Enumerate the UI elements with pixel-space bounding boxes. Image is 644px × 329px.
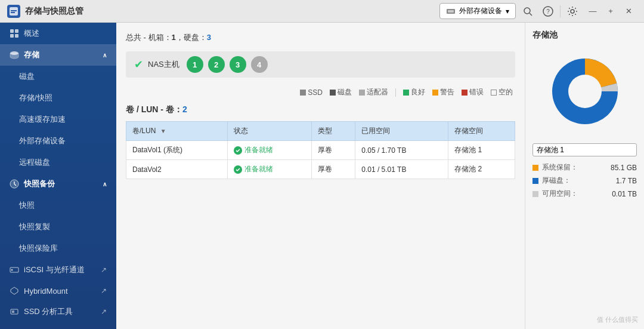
sidebar-item-cache[interactable]: 高速缓存加速 <box>0 109 116 130</box>
svg-rect-4 <box>448 10 454 13</box>
sidebar-label-ssd: SSD 分析工具 <box>24 306 73 317</box>
toolbar-divider <box>560 5 561 17</box>
legend-adapter: 适配器 <box>359 87 388 97</box>
pie-chart-container <box>532 47 637 136</box>
minimize-button[interactable]: — <box>584 4 601 19</box>
storage-device-button[interactable]: 外部存储设备 ▾ <box>439 3 516 19</box>
disk-badge-1[interactable]: 1 <box>187 56 203 73</box>
sidebar-item-snapshot-vault[interactable]: 快照保险库 <box>0 238 116 259</box>
pool-legend-label-text: 系统保留： <box>542 162 611 173</box>
content-area: 总共 - 机箱：1，硬盘：3 ✔ NAS主机 1 2 3 4 SSD <box>116 23 644 329</box>
legend-row: SSD 磁盘 适配器 良好 <box>126 87 515 97</box>
help-icon-btn[interactable]: ? <box>540 3 556 20</box>
sidebar-label-snapshot-vault: 快照保险库 <box>19 243 58 254</box>
cell-type: 厚卷 <box>312 160 355 179</box>
disk-count: 3 <box>207 33 211 42</box>
legend-disk-label: 磁盘 <box>338 87 352 97</box>
legend-empty: 空的 <box>491 87 513 97</box>
svg-line-6 <box>530 13 532 16</box>
sidebar-item-storage[interactable]: 存储 ∧ <box>0 44 116 66</box>
table-row: DataVol1 (系统) 准备就绪 厚卷 0.05 / 1.70 TB 存储池… <box>126 141 515 160</box>
sidebar-item-snapshot-item[interactable]: 快照 <box>0 195 116 216</box>
chevron-down-icon: ▾ <box>506 7 509 16</box>
sidebar-storage-sub: 磁盘 存储/快照 高速缓存加速 外部存储设备 远程磁盘 <box>0 66 116 173</box>
svg-rect-10 <box>10 29 14 33</box>
window-controls: — + ✕ <box>584 4 637 19</box>
sidebar-label-snapshot: 存储/快照 <box>19 93 52 103</box>
sidebar-label-snapshot-item: 快照 <box>19 200 35 211</box>
search-icon-btn[interactable] <box>519 3 536 20</box>
pool-legend-color-dot <box>532 165 538 171</box>
ssd-icon <box>10 307 19 316</box>
legend-error-dot <box>462 90 467 96</box>
watermark: 值 什么值得买 <box>597 315 638 324</box>
legend-warn: 警告 <box>432 87 454 97</box>
sidebar-item-disk[interactable]: 磁盘 <box>0 66 116 87</box>
col-used: 已用空间 <box>355 122 448 141</box>
cell-name: DataVol1 (系统) <box>126 141 228 160</box>
sidebar-label-snapshot-backup: 快照备份 <box>24 179 55 189</box>
sidebar-label-cache: 高速缓存加速 <box>19 114 66 125</box>
volumes-section-title: 卷 / LUN - 卷：2 <box>126 104 515 115</box>
storage-expand-arrow: ∧ <box>103 52 107 59</box>
sidebar-item-snapshot-backup[interactable]: 快照备份 ∧ <box>0 173 116 195</box>
iscsi-icon <box>10 265 19 275</box>
disk-badge-2[interactable]: 2 <box>208 56 225 73</box>
disk-badge-3[interactable]: 3 <box>230 56 246 73</box>
svg-point-21 <box>568 75 602 108</box>
svg-rect-13 <box>15 34 18 38</box>
pool-legend-label-text: 厚磁盘： <box>542 176 616 186</box>
legend-empty-label: 空的 <box>499 87 513 97</box>
sidebar-item-overview[interactable]: 概述 <box>0 23 116 44</box>
snapshot-backup-icon <box>10 179 19 189</box>
legend-good: 良好 <box>403 87 425 97</box>
legend-good-label: 良好 <box>411 87 425 97</box>
legend-ssd-dot <box>300 90 306 96</box>
col-type: 类型 <box>312 122 355 141</box>
sidebar-item-vjbod[interactable]: VJBOD Cloud ↗ <box>0 322 116 329</box>
pool-legend-value-text: 85.1 GB <box>611 164 637 172</box>
sidebar-item-ssd[interactable]: SSD 分析工具 ↗ <box>0 301 116 322</box>
sidebar-label-storage: 存储 <box>24 50 39 60</box>
disk-badge-4[interactable]: 4 <box>251 56 268 73</box>
app-title: 存储与快照总管 <box>25 6 83 17</box>
pool-selector: 存储池 1 <box>532 143 637 156</box>
titlebar: 存储与快照总管 外部存储设备 ▾ ? — + ✕ <box>0 0 644 23</box>
table-row: DataVol2 准备就绪 厚卷 0.01 / 5.01 TB 存储池 2 <box>126 160 515 179</box>
content-main: 总共 - 机箱：1，硬盘：3 ✔ NAS主机 1 2 3 4 SSD <box>116 23 644 329</box>
sidebar-item-snapshot[interactable]: 存储/快照 <box>0 87 116 109</box>
sidebar-item-iscsi[interactable]: iSCSI 与光纤通道 ↗ <box>0 259 116 281</box>
cell-status: 准备就绪 <box>228 141 312 160</box>
left-panel: 总共 - 机箱：1，硬盘：3 ✔ NAS主机 1 2 3 4 SSD <box>116 23 525 329</box>
titlebar-left: 存储与快照总管 <box>7 5 83 18</box>
legend-empty-dot <box>491 90 497 96</box>
nas-row: ✔ NAS主机 1 2 3 4 <box>126 51 515 78</box>
col-pool: 存储空间 <box>448 122 515 141</box>
svg-rect-19 <box>12 310 14 313</box>
hybridmount-icon <box>10 286 19 296</box>
snapshot-backup-arrow: ∧ <box>103 181 107 187</box>
sidebar-label-hybridmount: HybridMount <box>24 287 68 296</box>
col-volume[interactable]: 卷/LUN ▼ <box>126 122 228 141</box>
sidebar-label-iscsi: iSCSI 与光纤通道 <box>24 265 85 275</box>
cell-name: DataVol2 <box>126 160 228 179</box>
sidebar-snapshot-sub: 快照 快照复製 快照保险库 <box>0 195 116 259</box>
svg-rect-12 <box>10 34 14 38</box>
maximize-button[interactable]: + <box>602 4 619 19</box>
cell-pool: 存储池 2 <box>448 160 515 179</box>
sidebar-item-hybridmount[interactable]: HybridMount ↗ <box>0 281 116 301</box>
pool-legend-value-text: 1.7 TB <box>616 177 637 185</box>
legend-disk: 磁盘 <box>330 87 352 97</box>
pool-select-dropdown[interactable]: 存储池 1 <box>532 143 637 156</box>
sidebar-item-external[interactable]: 外部存储设备 <box>0 130 116 152</box>
sidebar-label-external: 外部存储设备 <box>19 136 66 146</box>
settings-icon-btn[interactable] <box>564 3 581 20</box>
legend-ssd: SSD <box>300 88 323 97</box>
sidebar-item-snapshot-copy[interactable]: 快照复製 <box>0 216 116 238</box>
close-button[interactable]: ✕ <box>620 4 637 19</box>
status-check-icon <box>234 165 242 174</box>
nas-status-icon: ✔ <box>134 58 143 71</box>
cell-pool: 存储池 1 <box>448 141 515 160</box>
sidebar-item-remote[interactable]: 远程磁盘 <box>0 152 116 173</box>
status-check-icon <box>234 146 242 155</box>
